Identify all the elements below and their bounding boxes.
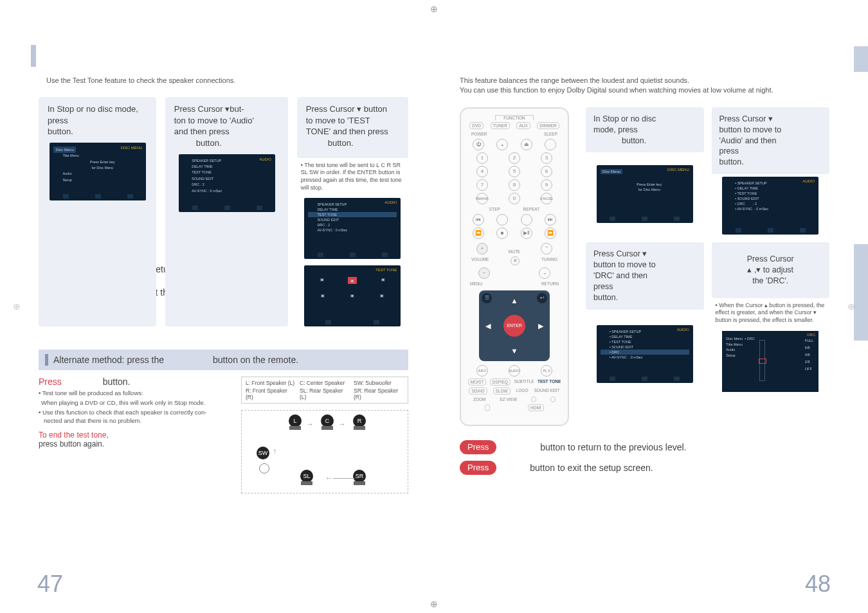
sdhd-btn[interactable]: SD/HD [469, 387, 487, 395]
mute-label: MUTE [509, 249, 520, 254]
r-exit-text: button to exit the setup screen. [530, 463, 653, 473]
step-btn[interactable] [496, 214, 508, 226]
zoom-btn[interactable] [485, 404, 490, 411]
lower-left: Press button. • Test tone will be produc… [39, 377, 224, 493]
dsp-btn[interactable]: DSP/EQ [490, 378, 511, 386]
remote-nav-pad[interactable]: ☰ ↩ ▲ ▼ ◀ ▶ ENTER [479, 290, 550, 361]
bullet-1: When playing a DVD or CD, this will work… [39, 399, 224, 407]
return-button[interactable]: ↩ [537, 293, 547, 303]
leg-c: C: Center Speaker [300, 380, 350, 386]
return-label: RETURN [541, 281, 559, 286]
rstep-3-e: button. [593, 293, 618, 302]
osd3-i5: AV-SYNC : 0 mSec [308, 227, 397, 233]
step-3: Press Cursor ▾ button to move to 'TEST T… [297, 97, 408, 157]
remain-button[interactable]: REMAIN [476, 193, 488, 204]
blank1[interactable] [531, 396, 536, 402]
cancel-button[interactable]: CANCEL [541, 193, 552, 204]
drc-lvl-2: 4/8 [805, 351, 813, 359]
num-6[interactable]: 6 [541, 166, 552, 177]
osd4-title: TEST TONE [375, 268, 397, 272]
alt-bar-accent [45, 354, 48, 366]
stop-button[interactable]: ■ [496, 227, 508, 239]
drc-lvl-1: 6/8 [805, 344, 813, 351]
step-3-note: • The test tone will be sent to L C R SR… [297, 158, 408, 195]
eject-button[interactable]: ⏏ [521, 139, 532, 150]
osd1-title: DISC MENU [121, 145, 143, 150]
num-5[interactable]: 5 [509, 166, 520, 177]
num-7[interactable]: 7 [476, 179, 488, 191]
intro-b: You can use this function to enjoy Dolby… [460, 86, 773, 94]
page-number-48: 48 [805, 571, 831, 598]
mute-button[interactable]: ✕ [511, 256, 520, 265]
lower-press-btn: button. [64, 377, 131, 387]
leg-sw: SW: Subwoofer [354, 380, 404, 386]
osd2-i4: DRC : 2 [183, 182, 271, 188]
remote-power-label: POWER [471, 132, 487, 136]
tune-down[interactable]: ⌄ [539, 267, 550, 279]
remote-dvd[interactable]: DVD [469, 122, 484, 129]
intro-a: This feature balances the range between … [460, 76, 689, 84]
num-0[interactable]: 0 [509, 193, 520, 204]
remote-dimmer[interactable]: DIMMER [537, 122, 559, 129]
remote-column: FUNCTION DVD TUNER AUX DIMMER POWER SLEE… [460, 107, 575, 426]
play-button[interactable]: ▶Ⅱ [521, 227, 532, 239]
nav-up[interactable]: ▲ [511, 297, 518, 305]
zoom-lbl: ZOOM [473, 397, 486, 402]
menu-button[interactable]: ☰ [482, 293, 492, 303]
osd3-i1: DELAY TIME [308, 207, 397, 212]
num-1[interactable]: 1 [476, 152, 488, 164]
rosd1-title: DISC MENU [667, 168, 689, 172]
rstep-1-c: button. [593, 136, 646, 145]
lower-section: Press button. • Test tone will be produc… [39, 377, 408, 493]
audio-button[interactable]: AUDIO [509, 365, 520, 377]
num-9[interactable]: 9 [541, 179, 552, 191]
menu-label: MENU [470, 281, 482, 286]
power-button[interactable]: ⏻ [473, 139, 484, 150]
step-2: Press Cursor ▾but- ton to move to 'Audio… [165, 97, 288, 326]
step-3-line3: TONE' and then press [306, 127, 388, 136]
rstep-4-wrap: Press Cursor ▴ ,▾ to adjust the 'DRC'. •… [712, 242, 830, 392]
tune-up[interactable]: ⌃ [541, 243, 552, 254]
repeat-btn[interactable] [521, 214, 532, 226]
nav-right[interactable]: ▶ [538, 321, 543, 330]
speaker-diagram: L C R SW SL SR → → ←──── ↑ [241, 410, 408, 493]
osd1-side-2: Audio [53, 171, 142, 177]
enter-button[interactable]: ENTER [503, 315, 525, 337]
prev-button[interactable]: ⏮ [473, 214, 484, 226]
step-2-line3: and then press [174, 127, 230, 136]
vol-down[interactable]: − [478, 267, 490, 279]
most-btn[interactable]: MO/ST [468, 378, 487, 386]
intro-text: Use the Test Tone feature to check the s… [46, 76, 408, 85]
num-2[interactable]: 2 [509, 152, 520, 164]
hdmi-btn[interactable]: HDMI [528, 404, 544, 411]
step-1-line1: In Stop or no disc mode, [48, 104, 138, 114]
num-8[interactable]: 8 [509, 179, 520, 191]
remote-control: FUNCTION DVD TUNER AUX DIMMER POWER SLEE… [460, 107, 569, 426]
slow-btn[interactable]: SLOW [493, 387, 511, 395]
next-button[interactable]: ⏭ [545, 214, 556, 226]
sleep-button[interactable] [545, 139, 556, 150]
drc-lvl-4: OFF [805, 366, 813, 373]
remote-aux[interactable]: AUX [516, 122, 530, 129]
num-3[interactable]: 3 [541, 152, 552, 164]
rew-button[interactable]: ⏪ [473, 227, 484, 239]
osd1-center2: for Disc Menu [53, 165, 142, 171]
step-3-line4: button. [306, 138, 354, 148]
osd3-title: AUDIO [384, 200, 397, 204]
page-number-47: 47 [37, 571, 63, 598]
open-button[interactable]: ▲ [496, 139, 508, 150]
ff-button[interactable]: ⏩ [545, 227, 556, 239]
right-steps: In Stop or no disc mode, press button. D… [586, 107, 829, 426]
info-button[interactable]: INFO [476, 365, 488, 377]
nav-down[interactable]: ▼ [511, 347, 518, 355]
step-1-line3: button. [48, 127, 73, 136]
num-4[interactable]: 4 [476, 166, 488, 177]
soundedit-lbl: SOUND EDIT [534, 388, 559, 394]
remote-tuner[interactable]: TUNER [491, 122, 510, 129]
osd-screen-3: AUDIO SPEAKER SETUP DELAY TIME TEST TONE… [304, 198, 401, 259]
vol-up[interactable]: + [476, 243, 488, 254]
nav-left[interactable]: ◀ [485, 321, 491, 330]
ezview-lbl: EZ VIEW [500, 397, 517, 402]
blank2[interactable] [550, 396, 556, 402]
plii-button[interactable]: PL II [541, 365, 552, 377]
